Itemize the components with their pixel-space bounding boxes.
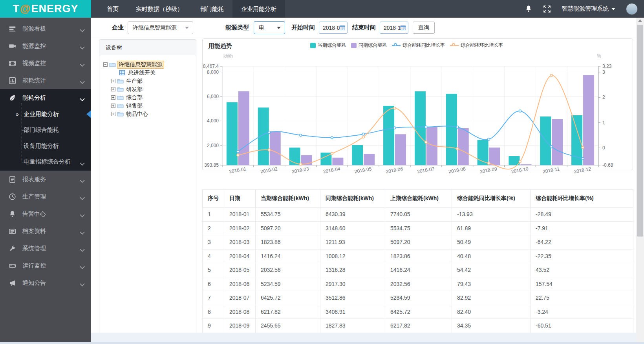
chevron-down-icon	[277, 27, 281, 29]
sidebar-subitem-3[interactable]: 电量指标综合分析	[0, 154, 91, 170]
tree-node-label[interactable]: 研发部	[125, 86, 144, 93]
sidebar-subitem-0[interactable]: »企业用能分析	[0, 106, 91, 122]
sidebar-item-3[interactable]: 能耗统计	[0, 72, 91, 89]
fullscreen-icon[interactable]	[543, 5, 551, 13]
svg-text:2018-03: 2018-03	[291, 166, 309, 174]
svg-text:-0.68: -0.68	[602, 162, 613, 168]
table-cell: -28.49	[531, 207, 633, 222]
table-cell: 5097.20	[256, 221, 320, 235]
sidebar-subitem-label: 部门综合能耗	[24, 126, 59, 134]
vertical-scrollbar[interactable]	[636, 18, 644, 342]
table-row: 42018-041416.241008.121823.8640.48-22.35	[203, 249, 633, 263]
sidebar-subitem-1[interactable]: 部门综合能耗	[0, 122, 91, 138]
nav-tab-1[interactable]: 实时数据（秒级）	[127, 0, 192, 18]
sidebar-item-6[interactable]: 生产管理	[0, 188, 91, 205]
nav-tab-2[interactable]: 部门能耗	[192, 0, 232, 18]
end-date-input[interactable]: 2018-12	[380, 22, 408, 34]
legend-item-2[interactable]: 综合能耗同比增长率	[392, 42, 445, 49]
tree-node-label[interactable]: 许继信息智慧能源	[117, 61, 164, 69]
sidebar-item-10[interactable]: 运行监控	[0, 257, 91, 274]
notification-bell-icon[interactable]	[525, 5, 532, 13]
energy-type-label: 能源类型	[225, 24, 249, 31]
scroll-up-arrow-icon[interactable]	[638, 19, 642, 22]
table-row: 22018-025097.203148.605534.7561.89-7.91	[203, 221, 633, 235]
scrollbar-thumb[interactable]	[637, 25, 643, 237]
tree-node-label[interactable]: 总进线开关	[127, 69, 157, 76]
legend-item-1[interactable]: 同期综合能耗	[351, 42, 387, 49]
tree-node-4[interactable]: +销售部	[99, 102, 196, 110]
table-row: 72018-076425.723512.865234.5982.9222.75	[203, 291, 633, 305]
tree-node-0[interactable]: 总进线开关	[99, 69, 196, 77]
sidebar-item-4[interactable]: 能耗分析	[0, 89, 91, 106]
legend-item-3[interactable]: 综合能耗环比增长率	[450, 42, 503, 49]
film-icon	[9, 60, 16, 67]
sidebar-item-8[interactable]: 档案资料	[0, 222, 91, 240]
sidebar-item-5[interactable]: 报表服务	[0, 171, 91, 188]
table-row: 62018-065234.592917.302032.5679.43157.54	[203, 277, 633, 291]
sidebar-item-0[interactable]: 能源看板	[0, 20, 91, 37]
folder-icon	[117, 95, 124, 100]
sidebar-item-9[interactable]: 系统管理	[0, 240, 91, 257]
table-cell: 1823.86	[256, 235, 320, 249]
company-select[interactable]: 许继信息智慧能源	[128, 21, 193, 34]
table-cell: 6217.82	[385, 319, 452, 333]
sidebar-item-label: 生产管理	[22, 193, 46, 200]
sidebar-item-label: 系统管理	[22, 245, 46, 252]
sidebar-subitem-2[interactable]: 设备用能分析	[0, 138, 91, 154]
start-date-input[interactable]: 2018-01	[319, 22, 348, 34]
sidebar-item-11[interactable]: 通知公告	[0, 274, 91, 291]
tree-node-label[interactable]: 销售部	[125, 102, 144, 109]
tree-collapse-toggle[interactable]: −	[103, 62, 108, 67]
tree-node-label[interactable]: 物品中心	[125, 111, 149, 118]
svg-text:2018-05: 2018-05	[354, 166, 372, 174]
megaphone-icon	[9, 279, 16, 287]
tree-expand-toggle[interactable]: +	[111, 79, 115, 83]
chevron-down-icon	[80, 160, 85, 164]
sidebar-item-7[interactable]: 告警中心	[0, 205, 91, 222]
table-cell: 54.42	[452, 263, 531, 277]
table-cell: -60.51	[531, 319, 633, 333]
table-cell: 2018-06	[224, 277, 256, 291]
chevron-down-icon	[80, 195, 85, 198]
tree-node-label[interactable]: 生产部	[125, 78, 144, 85]
tree-node-5[interactable]: +物品中心	[99, 110, 196, 118]
horizontal-scroll-strip[interactable]	[91, 333, 636, 342]
main-content: 企业 许继信息智慧能源 能源类型 电 开始时间 2018-01 结束时间 201…	[91, 18, 636, 342]
table-cell: 5234.59	[385, 291, 452, 305]
tree-expand-toggle[interactable]: +	[111, 87, 115, 91]
sidebar-subitem-label: 设备用能分析	[24, 142, 59, 150]
sidebar-item-2[interactable]: 视频监控	[0, 55, 91, 72]
tree-node-1[interactable]: +生产部	[99, 77, 196, 85]
table-cell: 1416.24	[256, 249, 320, 263]
legend-item-0[interactable]: 当期综合能耗	[310, 42, 346, 49]
user-avatar[interactable]	[626, 3, 638, 15]
sidebar-menu: 能源看板能源监控视频监控能耗统计能耗分析»企业用能分析部门综合能耗设备用能分析电…	[0, 18, 91, 291]
table-cell: 2032.56	[256, 263, 320, 277]
tree-node-root[interactable]: −许继信息智慧能源	[99, 60, 196, 69]
chevron-down-icon	[611, 8, 615, 10]
table-cell: 6430.39	[320, 207, 385, 222]
sidebar-item-1[interactable]: 能源监控	[0, 37, 91, 55]
table-cell: 2018-05	[224, 263, 256, 277]
energy-type-select[interactable]: 电	[254, 21, 285, 34]
tree-expand-toggle[interactable]: +	[111, 104, 115, 108]
chart-icon	[9, 77, 16, 84]
tree-node-3[interactable]: +综合部	[99, 93, 196, 102]
device-tree-title: 设备树	[99, 40, 196, 55]
svg-text:1: 1	[602, 120, 605, 126]
chevron-down-icon	[80, 247, 85, 250]
tree-expand-toggle[interactable]: +	[111, 95, 115, 100]
table-cell: 2018-09	[224, 319, 256, 333]
tree-node-label[interactable]: 综合部	[125, 94, 144, 101]
table-cell: 2018-03	[224, 235, 256, 249]
tree-node-2[interactable]: +研发部	[99, 85, 196, 93]
energy-data-table-wrap: 序号日期当期综合能耗(kWh)同期综合能耗(kWh)上期综合能耗(kWh)综合能…	[202, 189, 633, 333]
nav-tab-0[interactable]: 首页	[98, 0, 127, 18]
sidebar-item-label: 档案资料	[22, 228, 46, 235]
table-cell: 2018-04	[224, 249, 256, 263]
query-button[interactable]: 查询	[413, 22, 435, 34]
chevron-down-icon	[80, 178, 85, 181]
nav-tab-3[interactable]: 企业用能分析	[232, 0, 285, 18]
tree-expand-toggle[interactable]: +	[111, 112, 115, 116]
system-title-dropdown[interactable]: 智慧能源管理系统	[562, 5, 615, 13]
